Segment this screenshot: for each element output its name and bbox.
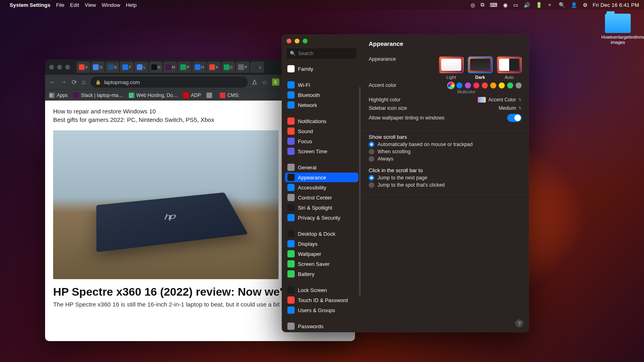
help-button[interactable]: ? [515,319,523,327]
browser-tab[interactable]: G [91,62,105,73]
sidebar-item-screen-time[interactable]: Screen Time [285,146,358,156]
iconsize-popup[interactable]: Medium ⇅ [499,105,522,111]
status-screenshare-icon[interactable]: ⧉ [481,2,484,8]
menu-help[interactable]: Help [126,2,137,8]
accent-swatch[interactable] [473,82,479,88]
sidebar-item-users-groups[interactable]: Users & Groups [285,305,358,315]
desktop-folder[interactable]: HowtoenlargetextinmacOS images [601,14,634,45]
status-user-icon[interactable]: 👤 [571,2,577,8]
tint-toggle[interactable] [507,114,522,122]
accent-swatch[interactable] [456,82,462,88]
browser-tab[interactable]: D [105,62,119,73]
app-menu[interactable]: System Settings [10,2,50,8]
scrollbars-option[interactable]: Automatically based on mouse or trackpad [369,142,522,147]
scrollclick-option[interactable]: Jump to the next page [369,175,522,181]
bookmark-star-icon[interactable]: ☆ [262,78,267,86]
bookmark-item[interactable] [206,93,214,98]
window-controls[interactable] [287,39,357,43]
status-spotlight-icon[interactable]: 🔍 [559,2,565,8]
sidebar-item-appearance[interactable]: Appearance [285,173,358,182]
accent-swatch[interactable] [482,82,488,88]
highlight-popup[interactable]: Accent Color ⇅ [478,97,522,103]
sidebar-item-wi-fi[interactable]: Wi-Fi [285,80,358,90]
status-keyboard-icon[interactable]: ⌨ [490,2,497,8]
sidebar-item-control-center[interactable]: Control Center [285,193,358,202]
forward-button[interactable]: → [60,78,67,86]
browser-tab[interactable]: L [250,62,264,73]
appearance-mode-auto[interactable]: Auto [497,56,522,80]
bookmark-item[interactable]: ADP [183,93,201,98]
accent-swatch[interactable] [490,82,496,88]
status-app-icon[interactable]: ◎ [471,2,475,8]
status-display-icon[interactable]: ▭ [513,2,518,8]
bookmark-item[interactable]: Slack | laptop-ma… [73,93,123,98]
sidebar-item-focus[interactable]: Focus [285,136,358,146]
status-volume-icon[interactable]: 🔊 [524,2,530,8]
browser-tab[interactable]: Ir [76,62,90,73]
sidebar-item-passwords[interactable]: Passwords [285,321,358,331]
bookmark-item[interactable]: ⊞Apps [49,93,68,98]
browser-tab[interactable]: F [120,62,134,73]
zoom-button[interactable] [303,39,308,43]
status-wifi-icon[interactable]: ᯤ [548,2,553,8]
address-bar[interactable]: 🔒 laptopmag.com [91,76,248,88]
scrollbars-option[interactable]: Always [369,156,522,162]
sidebar-item-screen-saver[interactable]: Screen Saver [285,259,358,269]
window-controls-inactive[interactable] [49,65,70,70]
sidebar-item-family[interactable]: Family [285,64,358,74]
browser-tab[interactable]: P [178,62,192,73]
bookmark-item[interactable]: CMS: [220,93,239,98]
sidebar-item-notifications[interactable]: Notifications [285,116,358,126]
sidebar-item-touch-id-password[interactable]: Touch ID & Password [285,295,358,305]
sidebar-item-network[interactable]: Network [285,100,358,110]
browser-tab[interactable]: P [236,62,250,73]
appearance-mode-dark[interactable]: Dark [468,56,493,80]
menubar-clock[interactable]: Fri Dec 16 6:41 PM [592,2,639,8]
sidebar-item-sound[interactable]: Sound [285,126,358,136]
home-button[interactable]: ⌂ [82,78,86,86]
accent-swatch[interactable] [507,82,513,88]
accent-swatch[interactable] [448,82,454,88]
accent-swatch[interactable] [499,82,505,88]
browser-tab[interactable]: Ir [207,62,221,73]
search-input[interactable]: 🔍 Search [287,48,357,59]
sidebar-item-general[interactable]: General [285,162,358,172]
appearance-mode-light[interactable]: Light [439,56,464,80]
sidebar-item-battery[interactable]: Battery [285,269,358,279]
sidebar-item-siri-spotlight[interactable]: Siri & Spotlight [285,203,358,212]
sidebar-scrollbar[interactable] [359,87,361,296]
sidebar-item-label: Displays [298,241,318,247]
menu-edit[interactable]: Edit [70,2,79,8]
menu-file[interactable]: File [56,2,64,8]
status-control-center-icon[interactable]: ⚙ [583,2,588,8]
sidebar-item-accessibility[interactable]: Accessibility [285,183,358,192]
menu-view[interactable]: View [85,2,96,8]
minimize-button[interactable] [295,39,299,43]
sidebar-item-displays[interactable]: Displays [285,239,358,249]
status-battery-icon[interactable]: 🔋 [536,2,542,8]
sidebar-item-privacy-security[interactable]: Privacy & Security [285,213,358,222]
status-target-icon[interactable]: ◉ [503,2,508,8]
sidebar-item-bluetooth[interactable]: Bluetooth [285,90,358,100]
search-placeholder: Search [298,51,314,56]
sidebar-item-wallpaper[interactable]: Wallpaper [285,249,358,259]
back-button[interactable]: ← [49,78,56,86]
reload-button[interactable]: ⟳ [72,78,77,86]
accent-swatch[interactable] [516,82,522,88]
browser-tab[interactable]: L [134,62,148,73]
scrollclick-option[interactable]: Jump to the spot that's clicked [369,182,522,188]
sidebar-item-desktop-dock[interactable]: Desktop & Dock [285,229,358,239]
extension-icon[interactable]: E [272,78,279,86]
accent-swatch[interactable] [465,82,471,88]
share-button[interactable]: ᐃ [252,78,257,86]
browser-tab[interactable]: C [221,62,235,73]
browser-tab[interactable]: H [192,62,206,73]
sidebar-item-lock-screen[interactable]: Lock Screen [285,285,358,295]
browser-tab[interactable]: N [149,62,163,73]
bookmark-item[interactable]: ⊡Web Hosting, Do… [129,93,178,98]
browser-tab[interactable]: M [163,62,177,73]
menu-window[interactable]: Window [101,2,120,8]
scrollbars-option[interactable]: When scrolling [369,149,522,154]
tab-label: M [172,65,175,69]
close-button[interactable] [287,39,291,43]
